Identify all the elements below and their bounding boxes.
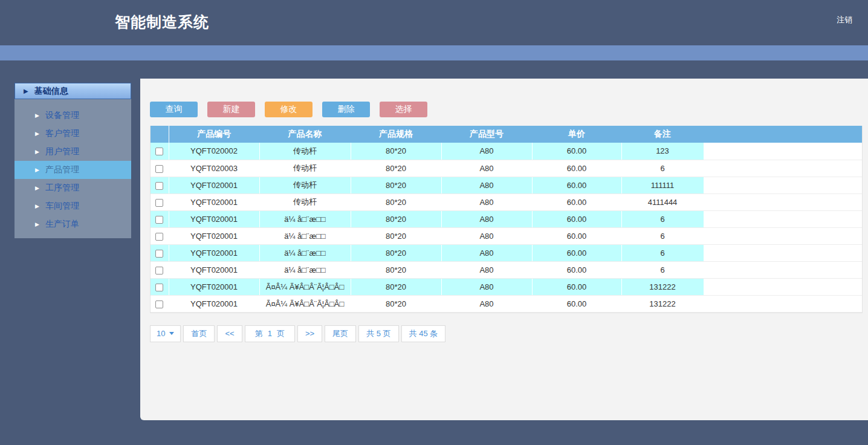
- row-checkbox[interactable]: [155, 165, 163, 173]
- table-cell: 传动杆: [259, 193, 351, 210]
- row-checkbox-cell: [151, 295, 169, 312]
- row-checkbox[interactable]: [155, 182, 163, 190]
- sidebar-item-process[interactable]: ▶工序管理: [15, 179, 131, 197]
- row-checkbox[interactable]: [155, 250, 163, 258]
- page-suffix-label: 页: [277, 328, 285, 339]
- table-cell: YQFT020001: [169, 227, 259, 244]
- table-cell: ä¼ å□¨æ□□: [259, 261, 351, 278]
- table-header-row: 产品编号 产品名称 产品规格 产品型号 单价 备注: [151, 126, 862, 143]
- column-header-remarks[interactable]: 备注: [621, 126, 704, 143]
- row-checkbox[interactable]: [155, 284, 163, 291]
- table-cell: YQFT020001: [169, 177, 259, 193]
- table-cell: 传动杆: [259, 177, 351, 193]
- table-cell: 131222: [621, 278, 704, 295]
- table-cell: 6: [621, 210, 704, 227]
- table-cell: 111111: [621, 177, 704, 193]
- table-row: YQFT020001ä¼ å□¨æ□□80*20A8060.006: [151, 210, 862, 227]
- table-row: YQFT020003传动杆80*20A8060.006: [151, 160, 862, 177]
- column-header-product-spec[interactable]: 产品规格: [351, 126, 441, 143]
- table-cell: Ã¤Â¼ Ã¥Â□Â¨Ã¦Â□Â□: [259, 278, 351, 295]
- sidebar-item-product[interactable]: ▶产品管理: [15, 161, 131, 179]
- triangle-right-icon: ▶: [35, 203, 39, 209]
- sidebar-item-workshop[interactable]: ▶车间管理: [15, 197, 131, 215]
- sidebar-item-label: 车间管理: [45, 201, 79, 212]
- sidebar-menu: ▶设备管理▶客户管理▶用户管理▶产品管理▶工序管理▶车间管理▶生产订单: [15, 99, 131, 238]
- sidebar-item-label: 设备管理: [45, 110, 79, 121]
- table-row: YQFT020001ä¼ å□¨æ□□80*20A8060.006: [151, 261, 862, 278]
- total-pages-label: 共 5 页: [358, 325, 398, 342]
- sidebar-item-label: 产品管理: [45, 164, 79, 175]
- pagination-bar: 10 首页 << 第 1 页 >> 尾页 共 5 页 共 45 条: [150, 325, 868, 342]
- row-checkbox-cell: [151, 244, 169, 261]
- column-header-product-number[interactable]: 产品编号: [169, 126, 259, 143]
- table-cell: YQFT020001: [169, 295, 259, 312]
- table-cell: 80*20: [351, 227, 441, 244]
- first-page-button[interactable]: 首页: [183, 325, 215, 342]
- products-table-container: 产品编号 产品名称 产品规格 产品型号 单价 备注 YQFT020002传动杆8…: [150, 126, 863, 313]
- last-page-button[interactable]: 尾页: [325, 325, 356, 342]
- table-filler-cell: [704, 160, 862, 177]
- table-cell: A80: [441, 295, 532, 312]
- modify-button[interactable]: 修改: [265, 102, 313, 117]
- page-number-value: 1: [268, 329, 272, 338]
- table-cell: 4111444: [621, 193, 704, 210]
- table-cell: 80*20: [351, 244, 441, 261]
- next-page-button[interactable]: >>: [297, 325, 322, 342]
- triangle-right-icon: ▶: [35, 167, 39, 173]
- sidebar-item-equipment[interactable]: ▶设备管理: [15, 106, 131, 125]
- row-checkbox[interactable]: [155, 148, 163, 155]
- sidebar-item-production-order[interactable]: ▶生产订单: [15, 215, 131, 233]
- table-filler-cell: [704, 295, 862, 312]
- sidebar-group-basic-info[interactable]: ▶ 基础信息: [15, 83, 131, 99]
- page-size-select[interactable]: 10: [150, 325, 181, 342]
- column-header-unit-price[interactable]: 单价: [532, 126, 621, 143]
- sub-header-bar: [0, 45, 868, 60]
- table-cell: 80*20: [351, 160, 441, 177]
- table-cell: YQFT020001: [169, 278, 259, 295]
- row-checkbox[interactable]: [155, 199, 163, 207]
- logout-link[interactable]: 注销: [837, 15, 852, 25]
- toolbar: 查询新建修改删除选择: [140, 79, 868, 117]
- table-cell: YQFT020001: [169, 193, 259, 210]
- triangle-right-icon: ▶: [35, 221, 39, 227]
- filler-column-header: [704, 126, 862, 143]
- table-cell: 6: [621, 261, 704, 278]
- table-filler-cell: [704, 244, 862, 261]
- select-button[interactable]: 选择: [380, 102, 427, 117]
- table-cell: 131222: [621, 295, 704, 312]
- column-header-product-model[interactable]: 产品型号: [441, 126, 532, 143]
- table-cell: A80: [441, 210, 532, 227]
- sidebar-item-customer[interactable]: ▶客户管理: [15, 125, 131, 143]
- column-header-product-name[interactable]: 产品名称: [259, 126, 351, 143]
- page-size-value: 10: [157, 329, 165, 338]
- table-cell: 60.00: [532, 244, 621, 261]
- row-checkbox-cell: [151, 278, 169, 295]
- table-filler-cell: [704, 193, 862, 210]
- query-button[interactable]: 查询: [150, 102, 198, 117]
- total-records-label: 共 45 条: [401, 325, 446, 342]
- table-cell: A80: [441, 227, 532, 244]
- table-row: YQFT020001传动杆80*20A8060.004111444: [151, 193, 862, 210]
- table-cell: YQFT020001: [169, 244, 259, 261]
- row-checkbox-cell: [151, 193, 169, 210]
- triangle-right-icon: ▶: [35, 149, 39, 155]
- sidebar-item-user[interactable]: ▶用户管理: [15, 143, 131, 161]
- table-cell: 80*20: [351, 278, 441, 295]
- table-cell: 80*20: [351, 193, 441, 210]
- table-cell: 60.00: [532, 278, 621, 295]
- prev-page-button[interactable]: <<: [217, 325, 242, 342]
- delete-button[interactable]: 删除: [322, 102, 370, 117]
- new-button[interactable]: 新建: [207, 102, 255, 117]
- row-checkbox[interactable]: [155, 267, 163, 274]
- table-cell: 60.00: [532, 210, 621, 227]
- row-checkbox[interactable]: [155, 300, 163, 308]
- row-checkbox[interactable]: [155, 233, 163, 241]
- row-checkbox[interactable]: [155, 216, 163, 224]
- table-cell: 6: [621, 244, 704, 261]
- chevron-down-icon: [169, 332, 174, 335]
- table-filler-cell: [704, 261, 862, 278]
- current-page-indicator[interactable]: 第 1 页: [245, 325, 295, 342]
- table-cell: YQFT020001: [169, 261, 259, 278]
- sidebar-item-label: 用户管理: [45, 146, 79, 157]
- table-cell: 60.00: [532, 160, 621, 177]
